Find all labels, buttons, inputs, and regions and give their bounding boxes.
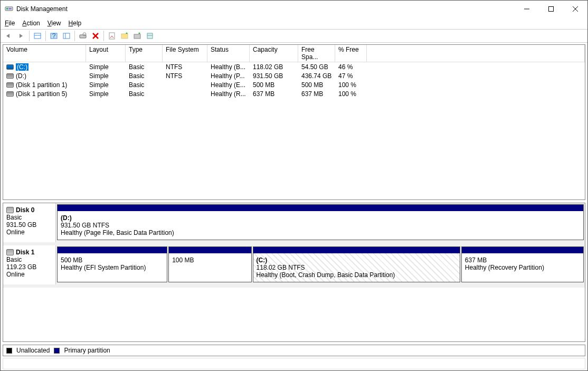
explore-button[interactable]: [119, 30, 130, 42]
primary-swatch: [54, 348, 60, 354]
partition-status: Healthy (Recovery Partition): [465, 264, 580, 271]
column-header[interactable]: File System: [163, 45, 207, 62]
volume-status: Healthy (E...: [207, 81, 250, 89]
svg-text:?: ?: [52, 32, 56, 40]
volume-list[interactable]: Volume Layout Type File System Status Ca…: [3, 44, 585, 200]
volume-status: Healthy (P...: [207, 72, 250, 80]
volume-row[interactable]: (C:)SimpleBasicNTFSHealthy (B...118.02 G…: [3, 62, 585, 71]
volume-layout: Simple: [86, 72, 126, 80]
rescan-button[interactable]: [77, 30, 89, 42]
disk-icon: [6, 249, 14, 255]
partition[interactable]: 637 MBHealthy (Recovery Partition): [461, 246, 584, 282]
legend-unallocated: Unallocated: [16, 347, 50, 354]
disk-name: Disk 0: [16, 206, 34, 214]
volume-icon: [6, 64, 14, 70]
disk-partitions: 500 MBHealthy (EFI System Partition)100 …: [56, 245, 585, 284]
back-button[interactable]: [3, 30, 14, 42]
maximize-button[interactable]: [539, 1, 563, 17]
svg-rect-22: [147, 33, 153, 39]
partition-stripe: [253, 247, 460, 253]
partition-stripe: [58, 247, 167, 253]
partition-size: 118.02 GB NTFS: [257, 264, 457, 271]
volume-free: 436.74 GB: [298, 72, 335, 80]
volume-layout: Simple: [86, 81, 126, 89]
forward-button[interactable]: [15, 30, 27, 42]
volume-capacity: 500 MB: [250, 81, 298, 89]
disk-label: Disk 1Basic119.23 GBOnline: [3, 245, 56, 284]
menu-view[interactable]: View: [48, 20, 61, 27]
unallocated-swatch: [6, 348, 12, 354]
volume-pct: 47 %: [335, 72, 367, 80]
volume-capacity: 118.02 GB: [250, 63, 298, 71]
volume-name: (D:): [16, 72, 26, 80]
partition[interactable]: 500 MBHealthy (EFI System Partition): [57, 246, 167, 282]
partition[interactable]: (C:)118.02 GB NTFSHealthy (Boot, Crash D…: [253, 246, 460, 282]
volume-icon: [6, 91, 14, 97]
disk-icon: [6, 207, 14, 213]
partition-status: Healthy (Page File, Basic Data Partition…: [61, 229, 580, 236]
column-header[interactable]: Status: [207, 45, 250, 62]
column-header[interactable]: Type: [126, 45, 163, 62]
svg-rect-7: [34, 33, 41, 39]
svg-rect-13: [80, 35, 86, 38]
column-header[interactable]: Capacity: [250, 45, 298, 62]
show-hide-button[interactable]: [32, 30, 43, 42]
svg-rect-2: [8, 8, 12, 9]
volume-capacity: 637 MB: [250, 90, 298, 98]
menu-help[interactable]: Help: [69, 20, 82, 27]
minimize-button[interactable]: [515, 1, 539, 17]
close-button[interactable]: [563, 1, 587, 17]
menu-action[interactable]: Action: [22, 20, 40, 27]
partition-label: (D:): [61, 214, 580, 222]
volume-icon: [6, 82, 14, 88]
volume-pct: 46 %: [335, 63, 367, 71]
volume-free: 500 MB: [298, 81, 335, 89]
menu-file[interactable]: File: [5, 20, 15, 27]
partition-stripe: [462, 247, 583, 253]
disk-label: Disk 0Basic931.50 GBOnline: [3, 203, 56, 242]
refresh-button[interactable]: [61, 30, 72, 42]
column-header[interactable]: Free Spa...: [298, 45, 335, 62]
column-header-spacer: [367, 45, 585, 62]
partition-status: Healthy (EFI System Partition): [61, 264, 164, 271]
legend: Unallocated Primary partition: [3, 345, 585, 356]
volume-pct: 100 %: [335, 90, 367, 98]
partition-size: 931.50 GB NTFS: [61, 222, 580, 229]
format-button[interactable]: [144, 30, 156, 42]
disk-status: Online: [6, 229, 52, 236]
disk-size: 119.23 GB: [6, 263, 52, 271]
partition[interactable]: (D:)931.50 GB NTFSHealthy (Page File, Ba…: [57, 204, 584, 240]
partition-size: 637 MB: [465, 256, 580, 264]
volume-row[interactable]: (Disk 1 partition 5)SimpleBasicHealthy (…: [3, 89, 585, 98]
delete-button[interactable]: [90, 30, 101, 42]
properties-button[interactable]: [106, 30, 118, 42]
column-header[interactable]: Volume: [3, 45, 86, 62]
volume-type: Basic: [126, 63, 163, 71]
volume-icon: [6, 73, 14, 79]
column-header[interactable]: % Free: [335, 45, 367, 62]
disk-name: Disk 1: [16, 249, 34, 256]
svg-rect-18: [121, 34, 128, 39]
partition-size: 500 MB: [61, 256, 164, 264]
volume-name: (Disk 1 partition 5): [16, 90, 67, 98]
svg-rect-1: [6, 8, 8, 9]
change-letter-button[interactable]: [131, 30, 143, 42]
svg-rect-4: [549, 7, 554, 12]
disk-type: Basic: [6, 256, 52, 263]
volume-pct: 100 %: [335, 81, 367, 89]
volume-row[interactable]: (Disk 1 partition 1)SimpleBasicHealthy (…: [3, 80, 585, 89]
partition[interactable]: 100 MB: [168, 246, 251, 282]
column-header[interactable]: Layout: [86, 45, 126, 62]
volume-free: 637 MB: [298, 90, 335, 98]
disk-row: Disk 1Basic119.23 GBOnline500 MBHealthy …: [3, 245, 585, 288]
partition-stripe: [169, 247, 251, 253]
volume-layout: Simple: [86, 90, 126, 98]
volume-list-header: Volume Layout Type File System Status Ca…: [3, 45, 585, 62]
volume-row[interactable]: (D:)SimpleBasicNTFSHealthy (P...931.50 G…: [3, 71, 585, 80]
titlebar: Disk Management: [1, 1, 587, 17]
help-button[interactable]: ?: [48, 30, 60, 42]
partition-status: Healthy (Boot, Crash Dump, Basic Data Pa…: [257, 271, 457, 279]
window-title: Disk Management: [16, 5, 515, 13]
partition-size: 100 MB: [172, 256, 248, 264]
disk-graphical-view[interactable]: Disk 0Basic931.50 GBOnline(D:)931.50 GB …: [3, 203, 585, 342]
